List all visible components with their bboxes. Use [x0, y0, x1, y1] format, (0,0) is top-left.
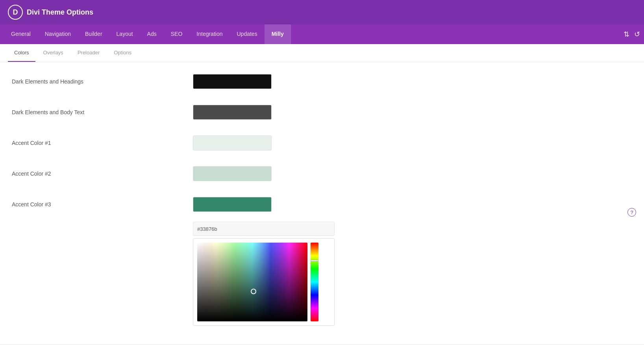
color-swatch-accent-1[interactable]	[193, 135, 272, 150]
reset-icon[interactable]: ↺	[634, 30, 640, 39]
color-row-accent-2: Accent Color #2	[12, 166, 632, 183]
alpha-slider[interactable]	[322, 243, 329, 321]
color-swatch-dark-headings[interactable]	[193, 74, 272, 89]
nav-item-integration[interactable]: Integration	[189, 24, 229, 44]
nav-item-builder[interactable]: Builder	[78, 24, 109, 44]
nav-item-updates[interactable]: Updates	[229, 24, 264, 44]
color-row-dark-headings: Dark Elements and Headings	[12, 74, 632, 91]
color-swatch-accent-3[interactable]	[193, 197, 272, 212]
logo-circle: D	[8, 5, 23, 20]
main-content: Dark Elements and Headings Dark Elements…	[0, 62, 644, 344]
color-hex-input[interactable]	[193, 222, 335, 236]
app-logo: D Divi Theme Options	[8, 5, 93, 20]
nav-actions: ⇅ ↺	[624, 24, 640, 44]
hue-thumb	[311, 260, 318, 262]
sort-icon[interactable]: ⇅	[624, 30, 629, 39]
tab-options[interactable]: Options	[107, 44, 138, 62]
color-row-dark-body: Dark Elements and Body Text	[12, 105, 632, 122]
app-header: D Divi Theme Options	[0, 0, 644, 24]
color-picker-expanded	[193, 222, 632, 326]
color-picker-box	[193, 238, 335, 326]
color-swatch-accent-2[interactable]	[193, 166, 272, 181]
color-label-accent-3: Accent Color #3	[12, 201, 193, 208]
color-gradient-cursor	[251, 289, 256, 294]
help-icon[interactable]: ?	[627, 208, 636, 217]
hue-slider[interactable]	[311, 243, 318, 321]
color-row-accent-3: Accent Color #3	[12, 197, 632, 214]
nav-item-milly[interactable]: Milly	[265, 24, 291, 44]
color-label-dark-body: Dark Elements and Body Text	[12, 109, 193, 115]
tab-preloader[interactable]: Preloader	[71, 44, 106, 62]
color-label-dark-headings: Dark Elements and Headings	[12, 78, 193, 85]
sub-tabs-bar: Colors Overlays Preloader Options	[0, 44, 644, 62]
nav-item-seo[interactable]: SEO	[164, 24, 190, 44]
color-row-accent-1: Accent Color #1	[12, 135, 632, 152]
app-title: Divi Theme Options	[27, 8, 93, 17]
nav-item-ads[interactable]: Ads	[140, 24, 164, 44]
nav-item-navigation[interactable]: Navigation	[38, 24, 78, 44]
color-gradient-canvas[interactable]	[197, 243, 307, 321]
color-label-accent-1: Accent Color #1	[12, 140, 193, 146]
nav-bar: General Navigation Builder Layout Ads SE…	[0, 24, 644, 44]
tab-colors[interactable]: Colors	[8, 44, 35, 62]
color-swatch-dark-body[interactable]	[193, 105, 272, 120]
nav-item-layout[interactable]: Layout	[109, 24, 140, 44]
color-label-accent-2: Accent Color #2	[12, 171, 193, 177]
tab-overlays[interactable]: Overlays	[37, 44, 70, 62]
nav-item-general[interactable]: General	[4, 24, 38, 44]
